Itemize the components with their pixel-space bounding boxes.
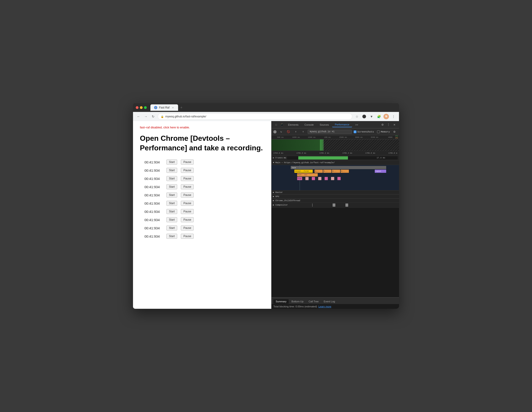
bottom-tab-event-log[interactable]: Event Log xyxy=(321,299,337,304)
compositor-block-1 xyxy=(332,204,335,207)
enable-link[interactable]: fast–raf disabled, click here to enable. xyxy=(140,126,264,129)
start-button[interactable]: Start xyxy=(166,201,177,206)
pause-button[interactable]: Pause xyxy=(181,234,194,239)
profile-url-input[interactable]: mywsq.github.io #1 xyxy=(308,130,352,134)
start-button[interactable]: Start xyxy=(166,168,177,173)
tab-elements[interactable]: Elements xyxy=(285,122,301,127)
browser-tab[interactable]: ⚡ Fast Raf × xyxy=(150,104,178,111)
timer-item: 00:41:934 Start Pause xyxy=(144,184,264,189)
task-label-bar: Task xyxy=(291,166,386,169)
compositor-section[interactable]: ▶ Compositor xyxy=(272,203,399,208)
clear-button[interactable]: 🚫 xyxy=(286,129,291,135)
fps-label: FPS xyxy=(395,135,398,137)
timer-item: 00:41:934 Start Pause xyxy=(144,234,264,239)
close-button[interactable] xyxy=(136,106,139,109)
record-button[interactable] xyxy=(273,130,276,133)
main-heading: Open Chrome [Devtools – Performance] and… xyxy=(140,134,264,153)
func-bar: Func...all xyxy=(297,173,318,177)
forward-button[interactable]: → xyxy=(143,114,149,119)
start-button[interactable]: Start xyxy=(166,159,177,165)
zoomed-ruler: 1704.8 ms1705.0 ms1705.2 ms1705.4 ms1705… xyxy=(272,151,399,155)
new-tab-button[interactable]: + xyxy=(178,104,184,111)
bookmark-button[interactable]: ☆ xyxy=(354,114,360,119)
screenshots-toggle[interactable]: ✓ Screenshots xyxy=(354,131,374,133)
zoomed-ruler-mark: 1705.4 ms xyxy=(342,152,352,154)
url-bar[interactable]: 🔒 mywsq.github.io/fast-raf/example/ xyxy=(158,113,352,120)
pause-button[interactable]: Pause xyxy=(181,193,194,197)
layout-text: Layout xyxy=(375,170,381,172)
maximize-button[interactable] xyxy=(144,106,147,109)
extensions-icon[interactable]: 🧩 xyxy=(376,114,382,119)
devtools-panel: ⬚ 📱 Elements Console Sources Performance… xyxy=(271,121,399,309)
timer-value: 00:41:934 xyxy=(144,185,163,189)
learn-more-link[interactable]: Learn more xyxy=(318,305,331,308)
cpu-hatch xyxy=(323,139,399,151)
bottom-tab-call-tree[interactable]: Call Tree xyxy=(306,299,321,304)
pause-button[interactable]: Pause xyxy=(181,209,194,214)
perf-settings-button[interactable]: ⚙ xyxy=(392,129,397,135)
pause-button[interactable]: Pause xyxy=(181,168,194,173)
a-bar-3: A... xyxy=(332,170,340,173)
step-bar-3 xyxy=(312,177,315,180)
pause-button[interactable]: Pause xyxy=(181,217,194,222)
start-button[interactable]: Start xyxy=(166,209,177,214)
timer-item: 00:41:934 Start Pause xyxy=(144,225,264,231)
cursor-icon[interactable]: ⬚ xyxy=(273,122,279,128)
ruler-mark: 3000 ms xyxy=(351,136,367,138)
memory-toggle[interactable]: Memory xyxy=(377,131,390,133)
more-options-icon[interactable]: ⋮ xyxy=(386,122,391,128)
refresh-button[interactable]: ↻ xyxy=(150,114,156,119)
zoomed-ruler-mark: 1705.8 m xyxy=(389,152,397,154)
childio-section[interactable]: ▶ Chrome_ChildIOThread xyxy=(272,198,399,203)
minimize-button[interactable] xyxy=(140,106,142,109)
start-button[interactable]: Start xyxy=(166,225,177,231)
flame-chart: Task Animat...Fired A... A... A... A... xyxy=(272,165,399,190)
timer-value: 00:41:934 xyxy=(144,193,163,197)
tab-close-button[interactable]: × xyxy=(171,106,174,109)
start-button[interactable]: Start xyxy=(166,234,177,239)
tab-sources[interactable]: Sources xyxy=(317,122,332,127)
extension-button[interactable]: ▼ xyxy=(369,114,374,119)
gpu-section[interactable]: ▶ GPU xyxy=(272,194,399,198)
tab-area: ⚡ Fast Raf × + xyxy=(150,103,396,112)
func-text: Func...all xyxy=(298,174,307,176)
pause-button[interactable]: Pause xyxy=(181,201,194,206)
pause-button[interactable]: Pause xyxy=(181,225,194,231)
main-thread-header[interactable]: ▼ Main — https://mywsq.github.io/fast-ra… xyxy=(272,160,399,165)
raster-section[interactable]: ▶ Raster xyxy=(272,190,399,194)
upload-profile-button[interactable]: ⬆ xyxy=(293,129,298,135)
tab-console[interactable]: Console xyxy=(302,122,316,127)
tab-more[interactable]: >> xyxy=(352,122,361,127)
toolbar-icons: ☆ ▼ 🧩 琦 ⋮ xyxy=(354,114,396,119)
start-button[interactable]: Start xyxy=(166,193,177,197)
step-bar-4 xyxy=(318,177,321,180)
bottom-tab-summary[interactable]: Summary xyxy=(273,299,289,304)
more-menu-button[interactable]: ⋮ xyxy=(391,114,396,119)
profile-avatar[interactable]: 琦 xyxy=(383,114,389,119)
start-button[interactable]: Start xyxy=(166,217,177,222)
pause-button[interactable]: Pause xyxy=(181,184,194,189)
perf-toolbar: ↻ 🚫 ⬆ ⬇ mywsq.github.io #1 ✓ Screenshots… xyxy=(272,128,399,135)
reload-record-button[interactable]: ↻ xyxy=(278,129,284,135)
compositor-block-2 xyxy=(345,204,348,207)
profile-button[interactable] xyxy=(361,114,367,119)
start-button[interactable]: Start xyxy=(166,176,177,181)
step-bar-2 xyxy=(305,177,309,180)
back-button[interactable]: ← xyxy=(136,114,141,119)
start-button[interactable]: Start xyxy=(166,184,177,189)
device-icon[interactable]: 📱 xyxy=(279,122,285,128)
close-devtools-button[interactable]: ✕ xyxy=(392,122,397,128)
zoomed-ruler-mark: 1705.6 ms xyxy=(365,152,375,154)
pause-button[interactable]: Pause xyxy=(181,159,194,165)
timer-value: 00:41:934 xyxy=(144,218,163,222)
settings-icon[interactable]: ⚙ xyxy=(380,122,385,128)
download-profile-button[interactable]: ⬇ xyxy=(300,129,306,135)
memory-checkbox[interactable] xyxy=(377,131,380,133)
tab-performance[interactable]: Performance xyxy=(332,122,352,127)
screenshots-checkbox[interactable]: ✓ xyxy=(354,131,356,133)
zoomed-ruler-mark: 1705.2 ms xyxy=(319,152,329,154)
bottom-tab-bottom-up[interactable]: Bottom-Up xyxy=(289,299,306,304)
timer-item: 00:41:934 Start Pause xyxy=(144,176,264,181)
pause-button[interactable]: Pause xyxy=(181,176,194,181)
ruler-mark: 500 ms xyxy=(272,136,288,138)
